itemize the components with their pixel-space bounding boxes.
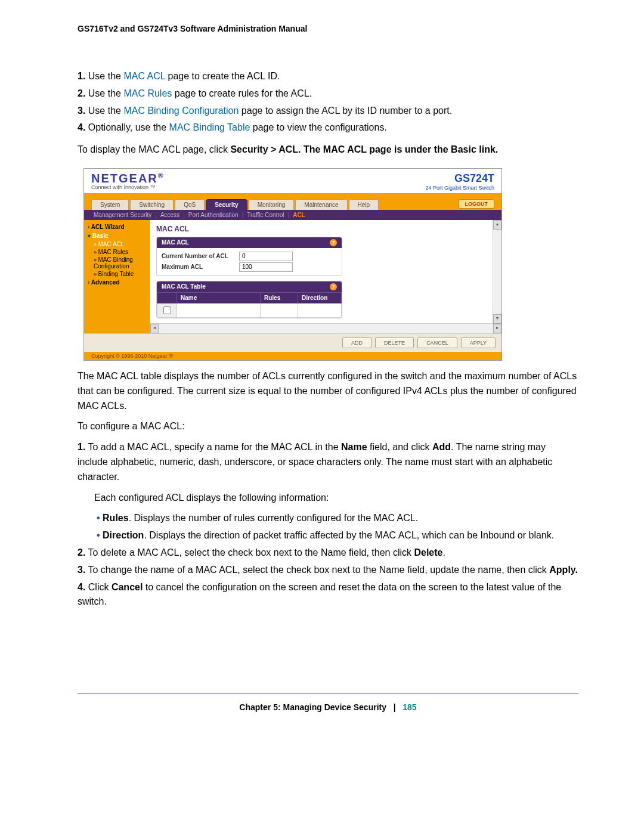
tab-monitoring[interactable]: Monitoring	[249, 199, 295, 210]
tab-switching[interactable]: Switching	[130, 199, 174, 210]
config-step-3: 3. To change the name of a MAC ACL, sele…	[78, 563, 578, 578]
copyright: Copyright © 1996-2010 Netgear ®	[84, 352, 501, 360]
col-checkbox	[157, 292, 177, 303]
label-current-acl: Current Number of ACL	[162, 253, 239, 259]
tab-help[interactable]: Help	[349, 199, 379, 210]
scroll-left-icon[interactable]: ◂	[150, 324, 159, 333]
delete-button[interactable]: DELETE	[375, 337, 414, 348]
config-step-1-sub: Each configured ACL displays the followi…	[94, 491, 578, 506]
config-step-2: 2. To delete a MAC ACL, select the check…	[78, 546, 578, 561]
explain-para-1: The MAC ACL table displays the number of…	[78, 369, 578, 413]
sidebar: ACL Wizard Basic MAC ACL MAC Rules MAC B…	[84, 220, 150, 333]
col-rules: Rules	[261, 292, 298, 303]
section-title: MAC ACL	[156, 225, 496, 233]
step-3: 3. Use the MAC Binding Configuration pag…	[78, 104, 578, 119]
main-tabs: System Switching QoS Security Monitoring…	[84, 197, 501, 210]
link-mac-binding-config[interactable]: MAC Binding Configuration	[123, 106, 239, 116]
bullet-direction: Direction. Displays the direction of pac…	[97, 528, 578, 543]
intro-para: To display the MAC ACL page, click Secur…	[78, 143, 578, 157]
panel-mac-acl: MAC ACL ? Current Number of ACL Maximum …	[156, 237, 342, 276]
col-name: Name	[177, 292, 261, 303]
link-mac-acl[interactable]: MAC ACL	[123, 71, 165, 81]
action-bar: ADD DELETE CANCEL APPLY	[84, 333, 501, 352]
screenshot: NETGEAR® Connect with Innovation ™ GS724…	[83, 168, 502, 361]
content-area: MAC ACL MAC ACL ? Current Number of ACL	[150, 220, 501, 333]
label-max-acl: Maximum ACL	[162, 264, 239, 270]
link-mac-binding-table[interactable]: MAC Binding Table	[169, 122, 250, 132]
top-steps: 1. Use the MAC ACL page to create the AC…	[78, 69, 578, 135]
tab-system[interactable]: System	[91, 199, 129, 210]
panel-table-title: MAC ACL Table	[162, 283, 206, 290]
help-icon[interactable]: ?	[330, 239, 337, 246]
sub-tabs: Management Security| Access| Port Authen…	[84, 210, 501, 220]
page-number: 185	[402, 702, 416, 712]
tab-security[interactable]: Security	[206, 199, 247, 210]
model-sub: 24 Port Gigabit Smart Switch	[425, 185, 494, 191]
app-header: NETGEAR® Connect with Innovation ™ GS724…	[84, 169, 501, 193]
scroll-right-icon[interactable]: ▸	[493, 324, 501, 333]
sidebar-item-binding-table[interactable]: Binding Table	[88, 270, 148, 278]
step-4: 4. Optionally, use the MAC Binding Table…	[78, 120, 578, 135]
tab-maintenance[interactable]: Maintenance	[295, 199, 347, 210]
model-name: GS724T	[425, 172, 494, 185]
sidebar-acl-wizard[interactable]: ACL Wizard	[88, 222, 148, 231]
tab-qos[interactable]: QoS	[175, 199, 205, 210]
subtab-acl[interactable]: ACL	[293, 212, 305, 218]
sidebar-basic[interactable]: Basic	[88, 231, 148, 240]
explain-para-2: To configure a MAC ACL:	[78, 419, 578, 434]
subtab-traffic-control[interactable]: Traffic Control	[247, 212, 284, 218]
scroll-up-icon[interactable]: ▴	[493, 220, 501, 230]
logout-button[interactable]: LOGOUT	[459, 199, 495, 209]
bullet-rules: Rules. Displays the number of rules curr…	[97, 511, 578, 526]
subtab-port-auth[interactable]: Port Authentication	[188, 212, 239, 218]
brand-tagline: Connect with Innovation ™	[91, 184, 165, 190]
cell-name[interactable]	[177, 303, 261, 317]
model-block: GS724T 24 Port Gigabit Smart Switch	[425, 172, 494, 191]
netgear-logo: NETGEAR®	[91, 172, 165, 184]
vscrollbar[interactable]: ▴ ▾	[493, 220, 501, 324]
sidebar-advanced[interactable]: Advanced	[88, 278, 148, 287]
config-step-1: 1. To add a MAC ACL, specify a name for …	[78, 440, 578, 543]
page-footer: Chapter 5: Managing Device Security | 18…	[78, 702, 578, 712]
cell-rules	[261, 303, 298, 317]
step-1: 1. Use the MAC ACL page to create the AC…	[78, 69, 578, 84]
sidebar-item-mac-acl[interactable]: MAC ACL	[88, 240, 148, 248]
row-checkbox[interactable]	[163, 306, 171, 314]
document-header: GS716Tv2 and GS724Tv3 Software Administr…	[78, 24, 578, 33]
scroll-down-icon[interactable]: ▾	[493, 314, 501, 324]
sidebar-item-mac-binding-config[interactable]: MAC Binding Configuration	[88, 256, 148, 270]
help-icon[interactable]: ?	[330, 283, 337, 290]
table-row	[157, 303, 342, 317]
brand-block: NETGEAR® Connect with Innovation ™	[91, 172, 165, 190]
subtab-access[interactable]: Access	[160, 212, 179, 218]
panel-mac-acl-title: MAC ACL	[162, 239, 189, 246]
subtab-mgmt-security[interactable]: Management Security	[94, 212, 151, 218]
step-2: 2. Use the MAC Rules page to create rule…	[78, 86, 578, 101]
input-max-acl[interactable]	[239, 262, 293, 272]
link-mac-rules[interactable]: MAC Rules	[123, 88, 172, 98]
footer-rule	[78, 693, 578, 694]
input-current-acl[interactable]	[239, 252, 293, 261]
apply-button[interactable]: APPLY	[461, 337, 496, 348]
add-button[interactable]: ADD	[342, 337, 371, 348]
cell-direction	[298, 303, 342, 317]
sidebar-item-mac-rules[interactable]: MAC Rules	[88, 248, 148, 256]
hscrollbar[interactable]: ◂ ▸	[150, 323, 501, 333]
col-direction: Direction	[298, 292, 342, 303]
config-steps: 1. To add a MAC ACL, specify a name for …	[78, 440, 578, 609]
cancel-button[interactable]: CANCEL	[417, 337, 457, 348]
config-step-4: 4. Click Cancel to cancel the configurat…	[78, 580, 578, 610]
panel-mac-acl-table: MAC ACL Table ? Name Rules Direction	[156, 281, 342, 318]
